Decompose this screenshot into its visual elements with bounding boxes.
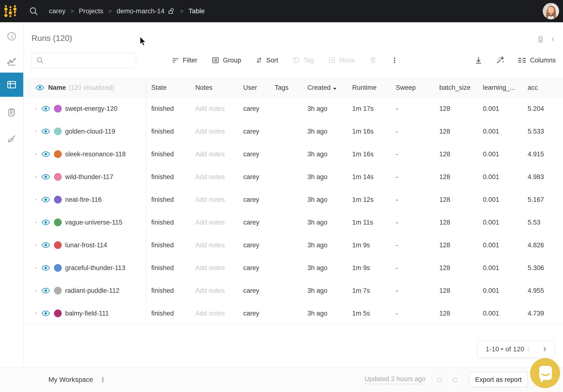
export-as-report-button[interactable]: Export as report — [469, 372, 528, 387]
notes-cell[interactable]: Add notes — [190, 310, 238, 317]
run-color-dot[interactable] — [54, 173, 62, 181]
undo-button[interactable] — [432, 373, 447, 387]
table-row[interactable]: sleek-resonance-118 finished Add notes c… — [24, 143, 563, 165]
workspace-selector[interactable]: My Workspace — [48, 376, 93, 383]
search-icon[interactable] — [29, 7, 38, 16]
run-color-dot[interactable] — [54, 287, 62, 294]
run-color-dot[interactable] — [54, 218, 62, 226]
column-header-learning-rate[interactable]: learning_... — [478, 84, 522, 91]
chevron-right-icon[interactable] — [541, 346, 548, 352]
breadcrumb-page[interactable]: Table — [189, 7, 205, 15]
redo-button[interactable] — [447, 373, 463, 387]
column-header-sweep[interactable]: Sweep — [390, 84, 434, 91]
group-button[interactable]: Group — [211, 56, 241, 64]
table-row[interactable]: graceful-thunder-113 finished Add notes … — [24, 256, 563, 279]
notes-cell[interactable]: Add notes — [190, 173, 238, 181]
run-color-dot[interactable] — [54, 150, 62, 158]
run-name-link[interactable]: swept-energy-120 — [65, 105, 117, 113]
run-color-dot[interactable] — [54, 196, 62, 203]
wandb-logo-icon[interactable] — [4, 4, 17, 18]
sidebar-item-runs-table[interactable] — [0, 73, 23, 97]
breadcrumb-projects[interactable]: Projects — [79, 7, 103, 15]
drag-dot-icon — [35, 108, 37, 109]
column-header-notes[interactable]: Notes — [190, 84, 238, 91]
table-row[interactable]: golden-cloud-119 finished Add notes care… — [24, 120, 563, 143]
kebab-icon[interactable] — [100, 376, 106, 383]
run-name-link[interactable]: graceful-thunder-113 — [65, 264, 125, 272]
move-button[interactable]: Move — [328, 56, 355, 64]
table-row[interactable]: neat-fire-116 finished Add notes carey 3… — [24, 188, 563, 211]
runs-panel: Runs (120) Filter — [24, 22, 563, 367]
eye-icon[interactable] — [41, 286, 50, 295]
pagination-range-dropdown[interactable]: 1-10 — [486, 345, 499, 353]
sidebar-item-sweeps[interactable] — [0, 130, 23, 148]
table-row[interactable]: vague-universe-115 finished Add notes ca… — [24, 211, 563, 234]
delete-button[interactable] — [369, 56, 377, 64]
run-name-link[interactable]: vague-universe-115 — [65, 219, 122, 226]
sort-button[interactable]: Sort — [255, 56, 278, 64]
eye-icon[interactable] — [41, 127, 50, 136]
notes-cell[interactable]: Add notes — [190, 105, 238, 113]
filter-button[interactable]: Filter — [172, 56, 197, 64]
run-name-link[interactable]: sleek-resonance-118 — [65, 151, 126, 158]
notes-cell[interactable]: Add notes — [190, 196, 238, 203]
run-name-link[interactable]: lunar-frost-114 — [65, 241, 107, 249]
sidebar-item-reports[interactable] — [0, 103, 23, 122]
run-name-link[interactable]: balmy-field-111 — [65, 310, 109, 317]
sidebar-item-info[interactable]: i — [0, 27, 23, 46]
sidebar-item-workspace[interactable] — [0, 52, 23, 71]
magic-wand-icon[interactable] — [496, 56, 505, 65]
notes-cell[interactable]: Add notes — [190, 287, 238, 294]
eye-icon[interactable] — [41, 264, 50, 272]
run-color-dot[interactable] — [54, 309, 62, 317]
run-color-dot[interactable] — [54, 241, 62, 249]
notes-cell[interactable]: Add notes — [190, 241, 238, 249]
panel-icon[interactable] — [537, 35, 544, 44]
eye-icon[interactable] — [36, 83, 44, 92]
run-name-link[interactable]: golden-cloud-119 — [65, 128, 115, 135]
column-header-batch-size[interactable]: batch_size — [434, 84, 478, 91]
column-header-created[interactable]: Created — [302, 84, 347, 91]
runs-search-input[interactable] — [47, 57, 129, 64]
breadcrumb-project[interactable]: demo-march-14 — [117, 7, 165, 15]
user-avatar[interactable] — [543, 3, 559, 19]
columns-button[interactable]: Columns — [517, 56, 556, 65]
eye-icon[interactable] — [41, 241, 50, 250]
table-row[interactable]: balmy-field-111 finished Add notes carey… — [24, 302, 563, 325]
table-row[interactable]: radiant-puddle-112 finished Add notes ca… — [24, 279, 563, 302]
eye-icon[interactable] — [41, 309, 50, 318]
notes-cell[interactable]: Add notes — [190, 151, 238, 158]
eye-icon[interactable] — [41, 195, 50, 204]
eye-icon[interactable] — [41, 173, 50, 181]
run-name-link[interactable]: radiant-puddle-112 — [65, 287, 120, 294]
chevron-left-icon[interactable] — [525, 346, 532, 352]
tag-button[interactable]: Tag — [292, 56, 314, 64]
download-icon[interactable] — [474, 56, 483, 65]
notes-cell[interactable]: Add notes — [190, 128, 238, 135]
state-cell: finished — [146, 173, 190, 181]
column-header-state[interactable]: State — [146, 84, 190, 91]
eye-icon[interactable] — [41, 104, 50, 113]
table-row[interactable]: wild-thunder-117 finished Add notes care… — [24, 165, 563, 188]
more-actions-button[interactable] — [391, 57, 398, 64]
chat-widget-button[interactable] — [530, 358, 561, 389]
table-row[interactable]: swept-energy-120 finished Add notes care… — [24, 97, 563, 120]
notes-cell[interactable]: Add notes — [190, 219, 238, 226]
breadcrumb-user[interactable]: carey — [49, 7, 65, 15]
run-color-dot[interactable] — [54, 105, 62, 113]
collapse-chevron-left-icon[interactable] — [550, 36, 556, 43]
table-row[interactable]: lunar-frost-114 finished Add notes carey… — [24, 234, 563, 256]
run-color-dot[interactable] — [54, 264, 62, 272]
run-name-link[interactable]: neat-fire-116 — [65, 196, 102, 203]
eye-icon[interactable] — [41, 218, 50, 227]
run-color-dot[interactable] — [54, 127, 62, 135]
eye-icon[interactable] — [41, 150, 50, 159]
run-name-link[interactable]: wild-thunder-117 — [65, 173, 113, 181]
column-header-tags[interactable]: Tags — [269, 84, 302, 91]
column-header-runtime[interactable]: Runtime — [347, 84, 390, 91]
column-header-user[interactable]: User — [238, 84, 269, 91]
notes-cell[interactable]: Add notes — [190, 264, 238, 272]
updated-timestamp[interactable]: Updated 2 hours ago — [365, 375, 425, 384]
column-header-name[interactable]: Name — [48, 84, 66, 91]
column-header-acc[interactable]: acc — [522, 84, 563, 91]
